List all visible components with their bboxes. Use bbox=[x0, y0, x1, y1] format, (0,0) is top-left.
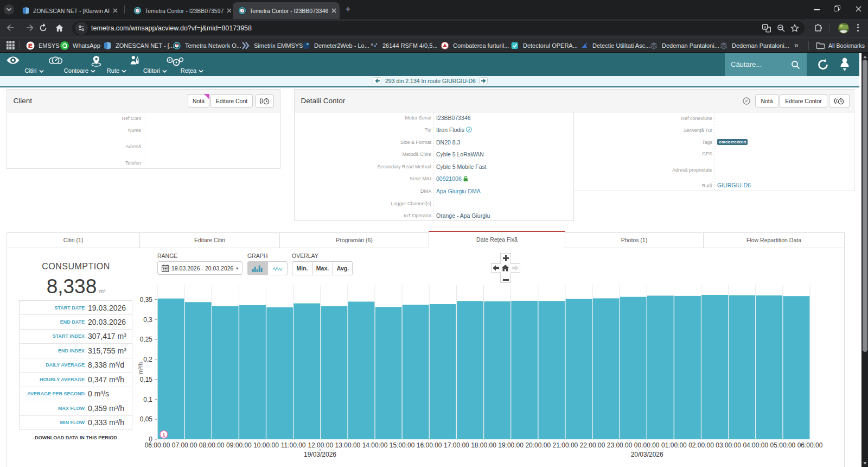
svg-text:0,3: 0,3 bbox=[143, 316, 152, 324]
svg-text:02:00:00: 02:00:00 bbox=[688, 441, 714, 449]
svg-text:10:00:00: 10:00:00 bbox=[253, 441, 279, 449]
svg-text:06:00:00: 06:00:00 bbox=[145, 441, 170, 449]
svg-text:22:00:00: 22:00:00 bbox=[580, 441, 605, 449]
svg-text:16:00:00: 16:00:00 bbox=[417, 441, 442, 449]
svg-text:m³/h: m³/h bbox=[137, 362, 144, 374]
svg-text:0,1: 0,1 bbox=[143, 396, 152, 403]
svg-text:13:00:00: 13:00:00 bbox=[335, 441, 361, 449]
svg-text:03:00:00: 03:00:00 bbox=[716, 441, 741, 449]
svg-text:0,05: 0,05 bbox=[140, 415, 153, 423]
svg-text:17:00:00: 17:00:00 bbox=[444, 441, 469, 449]
svg-text:23:00:00: 23:00:00 bbox=[607, 441, 633, 449]
svg-text:20/03/2026: 20/03/2026 bbox=[631, 451, 663, 458]
svg-text:0,35: 0,35 bbox=[140, 296, 153, 304]
svg-text:18:00:00: 18:00:00 bbox=[471, 441, 496, 449]
svg-text:19:00:00: 19:00:00 bbox=[498, 441, 524, 449]
svg-text:0,25: 0,25 bbox=[140, 336, 153, 343]
svg-text:01:00:00: 01:00:00 bbox=[661, 441, 687, 449]
svg-text:A: A bbox=[764, 26, 767, 29]
svg-text:08:00:00: 08:00:00 bbox=[199, 441, 225, 449]
svg-text:07:00:00: 07:00:00 bbox=[172, 441, 197, 449]
svg-text:00:00:00: 00:00:00 bbox=[634, 441, 660, 449]
svg-text:15:00:00: 15:00:00 bbox=[390, 441, 415, 449]
svg-text:04:00:00: 04:00:00 bbox=[743, 441, 768, 449]
svg-text:21:00:00: 21:00:00 bbox=[553, 441, 578, 449]
svg-text:12:00:00: 12:00:00 bbox=[308, 441, 333, 449]
svg-text:11:00:00: 11:00:00 bbox=[281, 441, 306, 449]
svg-text:05:00:00: 05:00:00 bbox=[770, 441, 796, 449]
svg-text:19/03/2026: 19/03/2026 bbox=[304, 451, 336, 458]
svg-text:0,2: 0,2 bbox=[143, 356, 152, 363]
svg-text:0,15: 0,15 bbox=[140, 376, 153, 383]
svg-text:20:00:00: 20:00:00 bbox=[525, 441, 551, 449]
svg-text:14:00:00: 14:00:00 bbox=[362, 441, 388, 449]
svg-text:09:00:00: 09:00:00 bbox=[226, 441, 252, 449]
svg-text:06:00:00: 06:00:00 bbox=[797, 441, 823, 449]
svg-text:1: 1 bbox=[162, 432, 165, 438]
